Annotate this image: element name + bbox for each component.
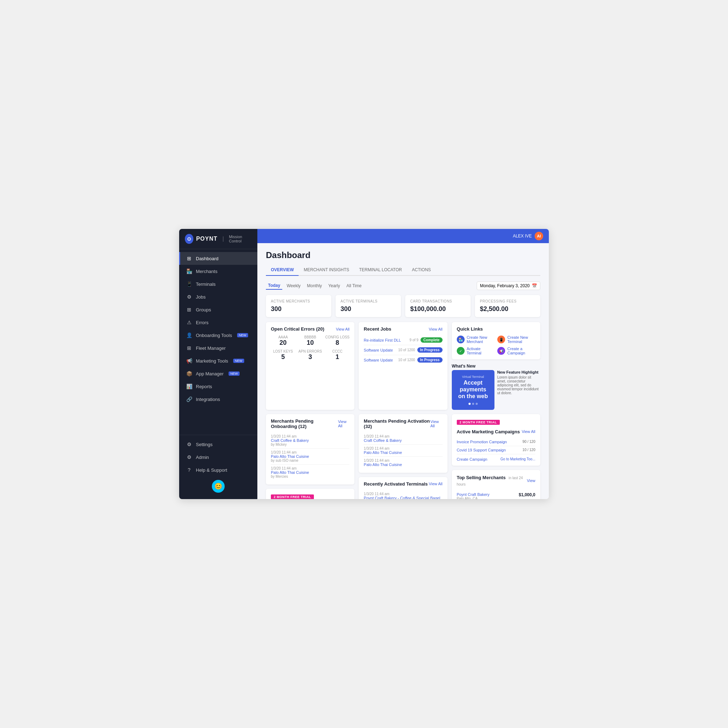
jobs-view-all[interactable]: View All (429, 327, 442, 331)
banner-text: Accept payments on the web (457, 379, 489, 400)
filter-weekly[interactable]: Weekly (284, 282, 303, 289)
job-name-0: Re-initialize First DLL (364, 338, 401, 342)
go-to-marketing[interactable]: Go to Marketing Too... (500, 457, 535, 461)
filter-monthly[interactable]: Monthly (305, 282, 324, 289)
sidebar-item-app-manager[interactable]: 📦 App Manager NEW (179, 367, 257, 380)
user-avatar: AI (535, 232, 543, 240)
activated-terminals-card: Recently Activated Terminals View All 1/… (359, 477, 447, 499)
pending-activation-view-all[interactable]: View All (430, 419, 442, 428)
sidebar-item-dashboard[interactable]: ⊞ Dashboard (179, 252, 257, 265)
pending-activation-title: Merchants Pending Activation (32) (364, 418, 430, 429)
job-progress-1: 10 of 1200 (398, 348, 415, 352)
activated-terminals-view-all[interactable]: View All (429, 482, 442, 486)
job-name-1: Software Update (364, 348, 393, 352)
error-item-5: CCCC 1 (325, 349, 349, 361)
merchant-amount-0: $1,000,0 (518, 492, 535, 497)
errors-grid: AAAA 20 BBBBB 10 CONFIG LOSS 8 LOST KE (271, 335, 349, 361)
stat-active-terminals: ACTIVE TERMINALS 300 (336, 295, 401, 317)
marketing-badge: NEW (233, 359, 244, 363)
sidebar-item-errors[interactable]: ⚠ Errors (179, 316, 257, 329)
filter-yearly[interactable]: Yearly (326, 282, 342, 289)
dot-1 (472, 403, 474, 405)
feature-label: New Feature Highlight (497, 370, 540, 374)
onboarding-by-0: by Mickey (271, 442, 309, 447)
sidebar-item-fleet[interactable]: ⊞ Fleet Manager (179, 342, 257, 355)
onboarding-name-2: Palo Alto Thai Cuisine (271, 470, 309, 474)
create-terminal-icon: 📱 (497, 336, 505, 343)
quick-link-create-terminal[interactable]: 📱 Create New Terminal (497, 335, 535, 344)
sidebar-item-groups[interactable]: ⊞ Groups (179, 303, 257, 316)
top-merchants-view-all[interactable]: View (527, 479, 535, 483)
error-value-3: 5 (271, 353, 295, 361)
integrations-icon: 🔗 (186, 396, 192, 402)
campaigns-trial-badge: 2 MONTH FREE TRIAL (457, 420, 500, 425)
terminals-icon: 📱 (186, 281, 192, 287)
banner-sub: Virtual Terminal (462, 375, 484, 379)
onboarding-view-all[interactable]: View All (338, 419, 349, 428)
activate-terminal-label: Activate Terminal (467, 347, 495, 355)
quick-link-create-campaign[interactable]: 📢 Create a Campaign (497, 347, 535, 355)
jobs-title: Recent Jobs (364, 326, 391, 332)
job-progress-0: 9 of 9 (410, 338, 418, 342)
sidebar-item-settings[interactable]: ⚙ Settings (179, 438, 257, 451)
merchants-icon: 🏪 (186, 268, 192, 274)
stat-value-2: $100,000.00 (410, 305, 466, 313)
sidebar-item-integrations[interactable]: 🔗 Integrations (179, 393, 257, 405)
date-picker[interactable]: Monday, February 3, 2020 📅 (477, 281, 540, 290)
tab-terminal-locator[interactable]: TERMINAL LOCATOR (354, 265, 407, 276)
sidebar-item-marketing[interactable]: 📢 Marketing Tools NEW (179, 355, 257, 367)
tab-overview[interactable]: OVERVIEW (266, 265, 298, 276)
page-title: Dashboard (266, 250, 540, 260)
onboarding-card: Merchants Pending Onboarding (12) View A… (266, 414, 355, 485)
job-progress-2: 10 of 1200 (398, 358, 415, 362)
sidebar-item-merchants[interactable]: 🏪 Merchants (179, 265, 257, 278)
onboarding-name-1: Palo Alto Thai Cuisine (271, 454, 309, 459)
sidebar-item-terminals[interactable]: 📱 Terminals (179, 278, 257, 291)
error-value-5: 1 (325, 353, 349, 361)
quick-link-activate-terminal[interactable]: ✓ Activate Terminal (457, 347, 495, 355)
whats-new-section: What's New Virtual Terminal Accept payme… (452, 364, 540, 410)
tab-actions[interactable]: ACTIONS (407, 265, 436, 276)
main-content: ALEX IVE AI Dashboard OVERVIEW MERCHANT … (257, 229, 549, 499)
onboarding-row-1: 1/3/20 11:44 am Palo Alto Thai Cuisine b… (271, 449, 349, 465)
sidebar-label-settings: Settings (196, 442, 213, 447)
pending-act-name-1: Palo Alto Thai Cuisine (364, 450, 402, 455)
tab-merchant-insights[interactable]: MERCHANT INSIGHTS (298, 265, 354, 276)
sidebar-item-admin[interactable]: ⚙ Admin (179, 451, 257, 463)
filter-all-time[interactable]: All Time (344, 282, 364, 289)
quick-link-create-merchant[interactable]: 🏪 Create New Merchant (457, 335, 495, 344)
error-item-0: AAAA 20 (271, 335, 295, 347)
sidebar-label-fleet: Fleet Manager (196, 346, 226, 351)
stats-row: ACTIVE MERCHANTS 300 ACTIVE TERMINALS 30… (266, 295, 540, 317)
errors-view-all[interactable]: View All (336, 327, 349, 331)
quick-links-card: Quick Links 🏪 Create New Merchant 📱 Crea… (452, 322, 540, 359)
stat-label-1: ACTIVE TERMINALS (341, 299, 396, 303)
campaigns-card: 2 MONTH FREE TRIAL Active Marketing Camp… (452, 414, 540, 466)
admin-icon: ⚙ (186, 454, 192, 460)
sidebar-label-errors: Errors (196, 320, 208, 325)
brand-name: POYNT (196, 236, 217, 242)
sidebar-label-dashboard: Dashboard (196, 256, 219, 261)
chat-button[interactable]: 😊 (212, 480, 225, 492)
sidebar-item-jobs[interactable]: ⚙ Jobs (179, 291, 257, 303)
sidebar-item-reports[interactable]: 📊 Reports (179, 380, 257, 393)
job-badge-2: In Progress (418, 357, 442, 362)
sidebar-item-help[interactable]: ? Help & Support (179, 463, 257, 476)
subresellers-card: 2 MONTH FREE TRIAL Most Active Sub-Resel… (266, 489, 355, 499)
sidebar-label-admin: Admin (196, 455, 209, 460)
filter-today[interactable]: Today (266, 282, 282, 290)
onboarding-row-0: 1/3/20 11:44 am Craft Coffee & Bakery by… (271, 433, 349, 449)
merchant-row-0: Poynt Craft Bakery Palo Alto, CA $1,000,… (457, 491, 535, 499)
error-label-3: LOST KEYS (271, 349, 295, 353)
stat-value-0: 300 (271, 305, 326, 313)
sidebar-label-jobs: Jobs (196, 294, 205, 300)
campaigns-view-all[interactable]: View All (522, 430, 535, 434)
stat-card-transactions: CARD TRANSACTIONS $100,000.00 (405, 295, 471, 317)
sidebar-label-reports: Reports (196, 384, 212, 389)
campaign-row-1: Covid 19 Support Campaign 10 / 120 (457, 446, 535, 454)
error-label-5: CCCC (325, 349, 349, 353)
error-label-4: APN ERRORS (298, 349, 322, 353)
pending-act-date-1: 1/3/20 11:44 am (364, 447, 402, 450)
create-campaign-link[interactable]: Create Campaign (457, 457, 487, 461)
sidebar-item-onboarding[interactable]: 👤 Onboarding Tools NEW (179, 329, 257, 342)
